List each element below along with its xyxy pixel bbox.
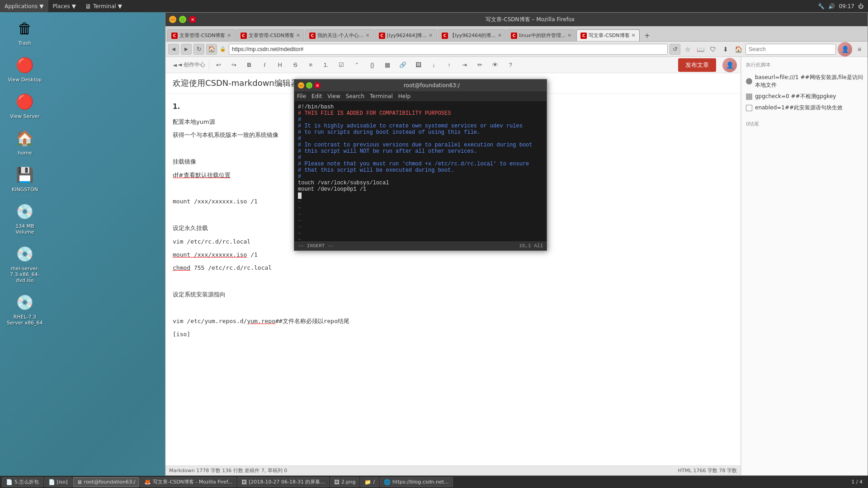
topbar: Applications ▼ Places ▼ 🖥 Terminal ▼ 🔧 🔊… — [0, 0, 868, 12]
code-btn[interactable]: {} — [366, 59, 378, 71]
arrow-down-btn[interactable]: ↓ — [427, 59, 440, 71]
user-avatar-editor[interactable]: 👤 — [722, 58, 737, 72]
quote-btn[interactable]: " — [350, 59, 363, 71]
link-btn[interactable]: 🔗 — [396, 59, 409, 71]
terminal-minimize-btn[interactable]: ─ — [298, 82, 304, 89]
tab-3[interactable]: C [lyy962464]博... ✕ — [375, 29, 437, 41]
tab-3-close[interactable]: ✕ — [429, 33, 433, 38]
applications-menu[interactable]: Applications ▼ — [0, 0, 48, 12]
download-btn[interactable]: ⬇ — [720, 44, 731, 55]
taskbar-item-3[interactable]: 🦊 写文章-CSDN博客 - Mozilla Firef... — [140, 477, 236, 487]
view-desktop-label: View Desktop — [8, 77, 42, 83]
home-nav-btn[interactable]: 🏠 — [206, 44, 217, 55]
reader-btn[interactable]: 📖 — [695, 44, 706, 55]
icon-rhel-server[interactable]: 💿 RHEL-7.3 Server x86_64 — [5, 290, 45, 328]
user-avatar[interactable]: 👤 — [838, 42, 852, 56]
image-btn[interactable]: 🖼 — [412, 59, 425, 71]
indent-btn[interactable]: ⇥ — [458, 59, 471, 71]
back-btn[interactable]: ◄ — [168, 44, 179, 55]
firefox-close-btn[interactable]: ✕ — [189, 16, 196, 23]
kingston-icon: 💾 — [14, 164, 36, 186]
shield-btn[interactable]: 🛡 — [708, 44, 718, 55]
taskbar-item-0[interactable]: 📄 5.怎么折包 — [2, 477, 43, 487]
icon-kingston[interactable]: 💾 KINGSTON — [5, 162, 45, 194]
taskbar-item-7[interactable]: 🌐 https://blog.csdn.net... — [380, 477, 453, 487]
taskbar-item-6[interactable]: 📁 / — [360, 477, 379, 487]
tab-1-close[interactable]: ✕ — [296, 33, 300, 38]
arrow-up-btn[interactable]: ↑ — [443, 59, 455, 71]
home-label: home — [18, 150, 32, 156]
terminal-body[interactable]: #!/bin/bash # THIS FILE IS ADDED FOR COM… — [294, 101, 547, 241]
bookmark-star-btn[interactable]: ☆ — [682, 44, 693, 55]
tab-2-close[interactable]: ✕ — [366, 33, 370, 38]
home-btn2[interactable]: 🏠 — [733, 44, 744, 55]
refresh-btn[interactable]: ↺ — [670, 44, 680, 55]
firefox-maximize-btn[interactable]: □ — [179, 16, 186, 23]
table-btn[interactable]: ▦ — [381, 59, 394, 71]
tab-5[interactable]: C linux中的软件管理... ✕ — [507, 29, 576, 41]
terminal-menu-terminal[interactable]: Terminal — [370, 93, 393, 99]
firefox-win-controls: ─ □ ✕ — [169, 16, 196, 23]
terminal-menu-help[interactable]: Help — [398, 93, 410, 99]
redo-btn[interactable]: ↪ — [227, 59, 240, 71]
tab-4[interactable]: C 【lyy962464的博... ✕ — [438, 29, 506, 41]
terminal-menu-file[interactable]: File — [297, 93, 306, 99]
tab-2[interactable]: C 我的关注-个人中心... ✕ — [305, 29, 374, 41]
strikethrough-btn[interactable]: S — [289, 59, 302, 71]
creation-center-link[interactable]: ◄ ◄ 创作中心 — [169, 59, 209, 70]
tab-0[interactable]: C 文章管理-CSDN博客 ✕ — [167, 29, 236, 41]
undo-btn[interactable]: ↩ — [212, 59, 225, 71]
places-menu[interactable]: Places ▼ — [48, 0, 80, 12]
toolbar-icons: ☆ 📖 🛡 ⬇ 🏠 — [682, 44, 744, 55]
terminal-maximize-btn[interactable]: □ — [306, 82, 312, 89]
bold-btn[interactable]: B — [243, 59, 255, 71]
terminal-menu[interactable]: 🖥 Terminal ▼ — [80, 0, 127, 12]
terminal-close-btn[interactable]: ✕ — [314, 82, 321, 89]
heading-btn[interactable]: H — [274, 59, 286, 71]
menu-btn[interactable]: ≡ — [854, 44, 865, 55]
ul-btn[interactable]: ≡ — [304, 59, 317, 71]
terminal-menu-edit[interactable]: Edit — [311, 93, 322, 99]
taskbar-label-5: 2.png — [341, 479, 355, 485]
tab-6-close[interactable]: ✕ — [632, 33, 636, 38]
terminal-empty-lines: ~~~~~ ~~~~ — [298, 199, 543, 241]
icon-view-desktop[interactable]: 🔴 View Desktop — [5, 52, 45, 84]
taskbar-pagination: 1 / 4 — [848, 479, 866, 485]
firefox-minimize-btn[interactable]: ─ — [169, 16, 176, 23]
tab-0-close[interactable]: ✕ — [227, 33, 231, 38]
icon-view-server[interactable]: 🔴 View Server — [5, 89, 45, 121]
taskbar-icon-4: 🖼 — [241, 479, 247, 485]
preview-btn[interactable]: 👁 — [489, 59, 501, 71]
para-11 — [173, 302, 733, 313]
italic-btn[interactable]: I — [258, 59, 271, 71]
tab-1[interactable]: C 文章管理-CSDN博客 ✕ — [236, 29, 305, 41]
icon-trash[interactable]: 🗑 Trash — [5, 16, 45, 48]
taskbar-item-1[interactable]: 📄 [iso] — [44, 477, 72, 487]
icon-rhel-dvd[interactable]: 💿 rhel-server-7.3-x86_64-dvd.iso — [5, 241, 45, 285]
tab-4-close[interactable]: ✕ — [498, 33, 502, 38]
reload-btn[interactable]: ↻ — [193, 44, 204, 55]
forward-btn[interactable]: ► — [181, 44, 192, 55]
terminal-menu-view[interactable]: View — [327, 93, 340, 99]
search-input[interactable] — [745, 44, 836, 55]
taskbar-item-2[interactable]: 🖥 root@foundation63:/ — [73, 477, 140, 487]
terminal-controls: ─ □ ✕ — [298, 82, 321, 89]
icon-home[interactable]: 🏠 home — [5, 126, 45, 158]
ol-btn[interactable]: 1. — [320, 59, 332, 71]
new-tab-btn[interactable]: + — [641, 29, 654, 41]
terminal-menu-search[interactable]: Search — [346, 93, 364, 99]
view-desktop-icon: 🔴 — [14, 54, 36, 76]
edit-btn[interactable]: ✏ — [473, 59, 486, 71]
url-input[interactable] — [229, 44, 668, 55]
taskbar-item-5[interactable]: 🖼 2.png — [330, 477, 359, 487]
help-btn[interactable]: ? — [504, 59, 517, 71]
taskbar-item-4[interactable]: 🖼 [2018-10-27 06-18-31 的屏幕... — [237, 477, 329, 487]
terminal-menubar: File Edit View Search Terminal Help — [294, 91, 547, 101]
applications-label: Applications — [5, 3, 38, 9]
tab-5-close[interactable]: ✕ — [567, 33, 571, 38]
tab-6[interactable]: C 写文章-CSDN博客 ✕ — [576, 29, 640, 41]
icon-134mb[interactable]: 💿 134 MB Volume — [5, 199, 45, 237]
publish-btn[interactable]: 发布文章 — [678, 58, 716, 72]
taskbar-label-6: / — [373, 479, 375, 485]
task-btn[interactable]: ☑ — [335, 59, 348, 71]
